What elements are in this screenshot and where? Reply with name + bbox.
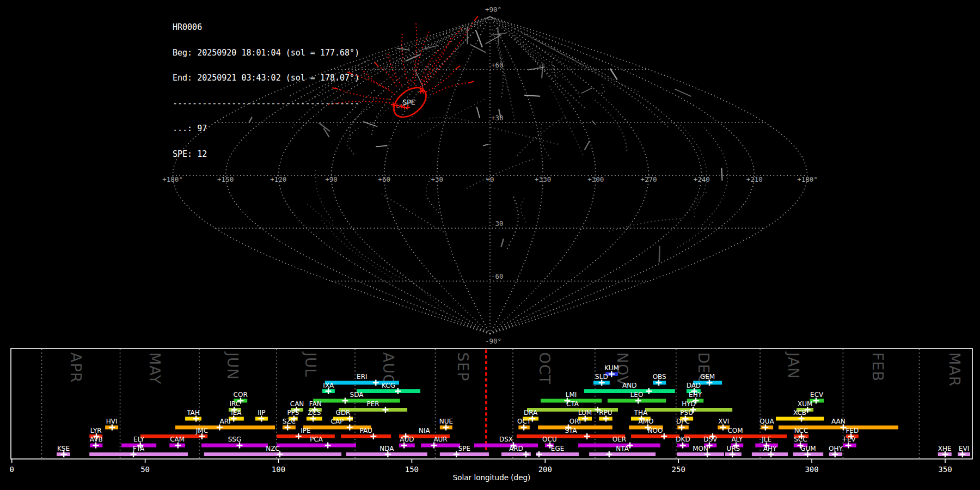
shower-code-label: HVI: [106, 418, 118, 425]
shower-code-label: OER: [612, 436, 626, 443]
shower-peak-marker: [277, 451, 283, 457]
shower-code-label: OCU: [542, 436, 557, 443]
shower-activity-bar: [277, 444, 356, 448]
shower-code-label: DRA: [524, 409, 538, 416]
shower-code-label: IPE: [301, 427, 310, 434]
shower-peak-marker: [521, 425, 527, 431]
shower-code-label: KCG: [382, 382, 395, 389]
longitude-label: +300: [587, 175, 604, 183]
shower-activity-bar: [357, 389, 420, 393]
shower-IEA: IEA: [229, 409, 244, 422]
shower-code-label: NZC: [266, 445, 280, 452]
longitude-label: +120: [270, 175, 286, 183]
shower-code-label: AND: [622, 382, 636, 389]
x-axis-tick-label: 100: [272, 465, 285, 474]
shower-code-label: FTA: [133, 445, 145, 452]
shower-code-label: NDA: [379, 445, 394, 452]
latitude-label: -90°: [485, 337, 501, 345]
shower-peak-marker: [523, 451, 529, 457]
shower-code-label: NTA: [616, 445, 629, 452]
shower-DPC: DPC: [676, 418, 690, 431]
shower-code-label: AAN: [831, 418, 846, 425]
longitude-label: +270: [640, 175, 657, 183]
shower-activity-bar: [341, 434, 391, 438]
shower-activity-bar: [421, 444, 460, 448]
shower-peak-marker: [310, 416, 316, 422]
shower-code-label: AUR: [433, 436, 447, 443]
shower-code-label: NOO: [648, 427, 663, 434]
shower-CAM: CAM: [169, 436, 185, 449]
shower-code-label: NCC: [794, 427, 808, 434]
shower-peak-marker: [193, 416, 199, 422]
shower-code-label: COR: [234, 391, 248, 399]
shower-code-label: CAN: [290, 400, 304, 408]
shower-code-label: KUM: [604, 364, 619, 372]
shower-code-label: SCC: [794, 436, 807, 443]
shower-code-label: SPE: [458, 445, 470, 452]
shower-code-label: LYR: [90, 427, 102, 434]
shower-SSG: SSG: [201, 436, 268, 449]
shower-code-label: LMI: [566, 391, 577, 399]
shower-peak-marker: [656, 380, 661, 386]
shower-code-label: AHY: [763, 445, 777, 452]
month-label-MAY: MAY: [146, 352, 163, 384]
x-axis-tick-label: 150: [405, 465, 419, 474]
shower-code-label: DSX: [499, 436, 513, 443]
shower-code-label: JLE: [761, 436, 771, 443]
month-label-FEB: FEB: [869, 352, 886, 382]
shower-peak-marker: [798, 416, 804, 422]
shower-code-label: IEA: [231, 409, 242, 416]
shower-OBS: OBS: [653, 373, 666, 386]
shower-code-label: QUA: [759, 418, 774, 425]
shower-peak-marker: [599, 380, 605, 386]
shower-code-label: OBS: [653, 373, 666, 381]
latitude-label: -30: [491, 219, 504, 228]
shower-URS: URS: [725, 445, 742, 458]
shower-KSE: KSE: [57, 445, 70, 458]
shower-code-label: OHY: [829, 445, 843, 452]
sky-map-and-activity-plot: +180°+150+120+90+60+30+0+330+300+270+240…: [0, 0, 980, 490]
x-axis-tick-label: 250: [672, 465, 685, 474]
longitude-label: +180°: [162, 175, 183, 183]
shower-code-label: XCB: [793, 409, 806, 416]
shower-code-label: PCA: [310, 436, 323, 443]
sporadic-count: ...: 97: [173, 125, 359, 133]
shower-peak-marker: [705, 451, 710, 457]
shower-peak-marker: [582, 416, 588, 422]
observation-info-block: HR0006 Beg: 20250920 18:01:04 (sol = 177…: [173, 7, 359, 175]
shower-peak-marker: [347, 416, 353, 422]
shower-peak-marker: [813, 398, 819, 404]
shower-peak-marker: [454, 451, 460, 457]
shower-EVI: EVI: [958, 445, 970, 458]
shower-activity-bar: [89, 452, 188, 456]
activity-chart: APRMAYJUNJULAUGSEPOCTNOVDECJANFEBMARKUME…: [9, 348, 972, 482]
shower-code-label: GUM: [800, 445, 816, 452]
shower-code-label: XVI: [718, 418, 729, 425]
shower-code-label: ORI: [569, 418, 581, 425]
shower-peak-marker: [606, 451, 612, 457]
latitude-label: +30: [491, 114, 504, 122]
shower-activity-bar: [313, 399, 400, 403]
x-axis-title: Solar longitude (deg): [453, 473, 531, 482]
shower-code-label: RPU: [599, 409, 612, 416]
shower-code-label: ARD: [509, 445, 523, 452]
shower-activity-bar: [589, 452, 656, 456]
shower-code-label: CTA: [566, 400, 579, 408]
shower-peak-marker: [431, 443, 437, 449]
month-label-SEP: SEP: [455, 352, 471, 381]
shower-code-label: FEV: [843, 436, 856, 443]
begin-time-line: Beg: 20250920 18:01:04 (sol = 177.68°): [173, 49, 359, 58]
shower-peak-marker: [646, 388, 652, 394]
shower-activity-bar: [175, 426, 275, 430]
shower-RPU: RPU: [599, 409, 612, 422]
spe-radiant-label: SPE: [402, 98, 415, 106]
shower-peak-marker: [373, 380, 379, 386]
session-id: HR0006: [173, 23, 359, 32]
shower-code-label: SSG: [228, 436, 242, 443]
shower-peak-marker: [370, 433, 376, 439]
longitude-label: +210: [746, 175, 763, 183]
shower-HVI: HVI: [105, 418, 118, 431]
shower-code-label: SZC: [283, 418, 296, 425]
shower-peak-marker: [846, 443, 852, 449]
shower-code-label: DPC: [676, 418, 690, 425]
